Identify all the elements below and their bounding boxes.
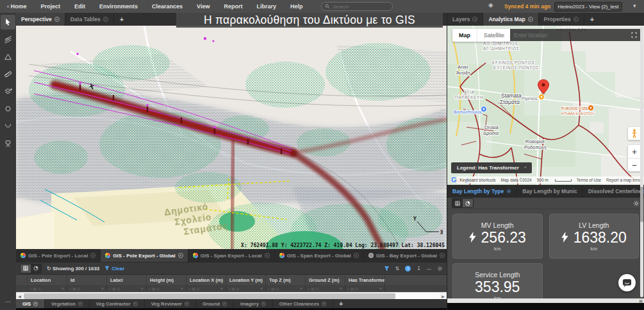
menu-help[interactable]: Help: [283, 0, 310, 13]
column-header-height[interactable]: Height (m): [147, 275, 186, 285]
close-tab-icon[interactable]: [472, 17, 477, 22]
close-tab-icon[interactable]: [185, 302, 189, 306]
catenary-tool[interactable]: [1, 119, 15, 133]
horizontal-scrollbar[interactable]: [16, 292, 447, 299]
span-wires-tool[interactable]: [1, 32, 15, 47]
analytics-chart-view-button[interactable]: [463, 199, 473, 207]
fullscreen-icon[interactable]: [631, 32, 637, 38]
scrollbar-thumb[interactable]: [640, 187, 643, 222]
filter-icon[interactable]: [384, 266, 390, 271]
close-tab-icon[interactable]: [133, 302, 138, 306]
close-tab-icon[interactable]: [90, 253, 95, 258]
tab-gis-pole-export-global[interactable]: GIS - Pole Export - Global: [101, 249, 188, 262]
menu-home[interactable]: Home: [0, 0, 34, 13]
search-input[interactable]: [333, 4, 384, 10]
menu-clearances[interactable]: Clearances: [145, 0, 190, 13]
collapse-panel-icon[interactable]: [427, 266, 431, 271]
gear-icon[interactable]: [633, 200, 640, 207]
panel-vertical-scrollbar[interactable]: [640, 26, 643, 297]
table-view-button[interactable]: [21, 264, 31, 273]
circle-tool[interactable]: [1, 101, 15, 116]
more-options-icon[interactable]: [5, 298, 11, 305]
scrollbar-thumb[interactable]: [24, 293, 395, 299]
map-legend-toggle[interactable]: Legend: Has Transformer: [451, 162, 532, 173]
close-tab-icon[interactable]: [178, 253, 183, 258]
menu-library[interactable]: Library: [249, 0, 283, 13]
column-header-location[interactable]: Location: [28, 275, 67, 285]
tab-properties[interactable]: Properties: [539, 13, 584, 26]
chat-support-button[interactable]: [618, 274, 636, 291]
satellite-button[interactable]: Satellite: [477, 29, 511, 42]
tab-bay-length-by-munic[interactable]: Bay Length by Munic: [517, 185, 582, 198]
menu-view[interactable]: View: [190, 0, 217, 13]
chart-view-button[interactable]: [31, 264, 41, 273]
close-tab-icon[interactable]: [322, 302, 326, 306]
tab-gis-bay-export-global[interactable]: GIS - Bay Export - Global: [364, 249, 450, 262]
tab-analytics-map[interactable]: Analytics Map: [483, 13, 538, 26]
close-tab-icon[interactable]: [440, 253, 445, 258]
panel-horizontal-scrollbar[interactable]: [447, 298, 644, 303]
global-search[interactable]: [321, 2, 393, 11]
workspace-tab-other-clearances[interactable]: Other Clearances: [273, 299, 333, 308]
sync-status-icon[interactable]: [488, 1, 493, 8]
project-selector[interactable]: Hedno2023 - View (2)_test: [554, 2, 622, 12]
column-filter-cell[interactable]: [226, 285, 266, 292]
chevron-down-icon[interactable]: [633, 3, 636, 9]
column-filter-cell[interactable]: [266, 285, 306, 292]
tab-layers[interactable]: Layers: [447, 13, 483, 26]
sort-icon[interactable]: [395, 266, 400, 271]
workspace-tab-imagery[interactable]: Imagery: [234, 299, 273, 308]
column-filter-cell[interactable]: [345, 285, 385, 292]
close-tab-icon[interactable]: [54, 17, 60, 22]
add-workspace-tab-button[interactable]: +: [333, 299, 349, 308]
column-filter-cell[interactable]: [28, 285, 67, 292]
column-header-has-transformer[interactable]: Has Transformer: [345, 275, 385, 285]
layers-tool[interactable]: [1, 84, 15, 99]
tab-bay-length-by-type[interactable]: Bay Length by Type: [447, 185, 517, 198]
tab-gis-pole-export-local[interactable]: GIS - Pole Export - Local: [16, 249, 101, 262]
gear-icon[interactable]: [437, 266, 443, 271]
column-filter-cell[interactable]: [107, 285, 147, 292]
close-tab-icon[interactable]: [78, 302, 83, 306]
terms-of-use-link[interactable]: Terms of Use: [577, 178, 601, 182]
add-viewport-tab-button[interactable]: +: [114, 13, 129, 26]
terrain-tool[interactable]: [1, 49, 15, 64]
workspace-tab-veg-reviewer[interactable]: Veg Reviewer: [145, 299, 196, 308]
analytics-map[interactable]: ΚΑΠΙΤΕΝΙΑ AMIGDALEZA AG. DIMITRIOS ΑΓ. Δ…: [447, 26, 644, 185]
street-view-pegman[interactable]: [628, 127, 641, 140]
download-icon[interactable]: [417, 266, 421, 271]
column-header-location-y[interactable]: Location Y (m): [226, 275, 266, 285]
column-filter-cell[interactable]: [67, 285, 107, 292]
column-header-ground-z[interactable]: Ground Z (m): [306, 275, 345, 285]
workspace-tab-veg-contractor[interactable]: Veg Contractor: [90, 299, 145, 308]
close-tab-icon[interactable]: [103, 17, 108, 22]
column-header-id[interactable]: Id: [67, 275, 107, 285]
menu-report[interactable]: Report: [217, 0, 249, 13]
column-filter-cell[interactable]: [306, 285, 345, 292]
map-button[interactable]: Map: [452, 29, 477, 42]
menu-edit[interactable]: Edit: [67, 0, 92, 13]
viewport-canvas[interactable]: Δημοτικό Σχολείο Σταμάτας Y X X: 762491.…: [16, 26, 447, 249]
tab-gis-span-export-global[interactable]: GIS - Span Export - Global: [275, 249, 364, 262]
column-header-label[interactable]: Label: [107, 275, 147, 285]
zoom-out-button[interactable]: [628, 159, 641, 171]
close-tab-icon[interactable]: [33, 302, 38, 306]
map-location-search[interactable]: [510, 29, 641, 41]
tab-data-tables[interactable]: Data Tables: [65, 13, 114, 26]
close-tab-icon[interactable]: [574, 17, 579, 22]
tab-perspective[interactable]: Perspective: [16, 13, 65, 26]
gear-icon[interactable]: [506, 189, 511, 194]
keyboard-shortcuts-link[interactable]: Keyboard shortcuts: [460, 178, 496, 182]
pole-asset-tool[interactable]: [1, 136, 15, 151]
menu-project[interactable]: Project: [34, 0, 68, 13]
zoom-in-button[interactable]: [628, 145, 641, 159]
add-panel-tab-button[interactable]: +: [584, 13, 600, 26]
column-filter-cell[interactable]: [186, 285, 226, 292]
column-header-top-z[interactable]: Top Z (m): [266, 275, 306, 285]
close-tab-icon[interactable]: [528, 17, 533, 22]
workspace-tab-ground[interactable]: Ground: [196, 299, 234, 308]
measure-tool[interactable]: [1, 67, 15, 82]
workspace-tab-vegetation[interactable]: Vegetation: [45, 299, 90, 308]
workspace-tab-gis[interactable]: GIS: [16, 299, 45, 308]
report-map-error-link[interactable]: Report a map error: [606, 178, 641, 182]
